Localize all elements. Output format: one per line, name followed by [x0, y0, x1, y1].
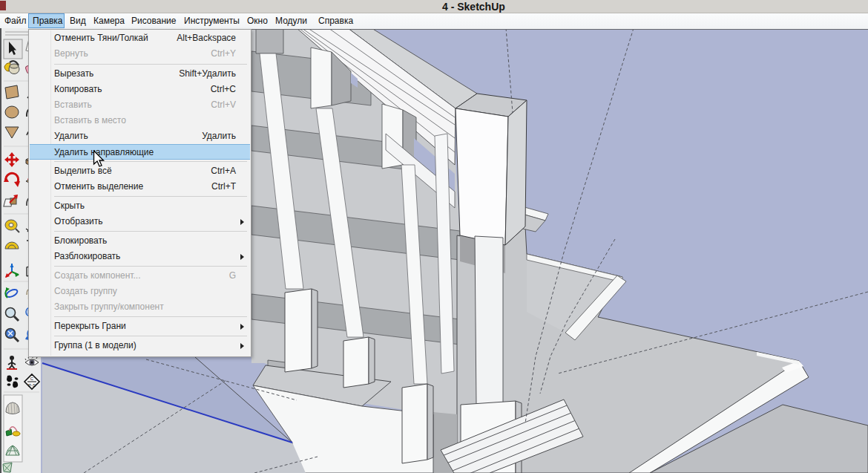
- svg-text:C: C: [30, 376, 34, 381]
- svg-text:P-S: P-S: [28, 383, 36, 388]
